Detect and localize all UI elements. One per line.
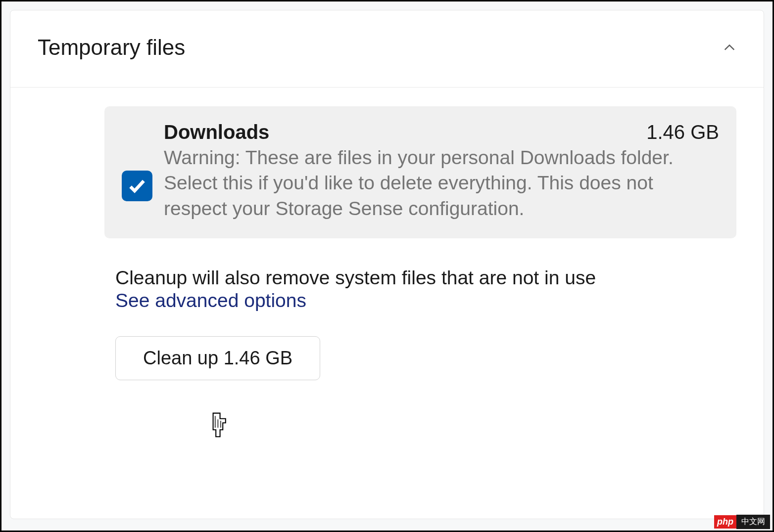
cleanup-button[interactable]: Clean up 1.46 GB <box>115 336 320 380</box>
checkbox-wrapper <box>122 121 152 201</box>
panel-body: Downloads 1.46 GB Warning: These are fil… <box>10 88 764 400</box>
item-content: Downloads 1.46 GB Warning: These are fil… <box>161 121 719 221</box>
watermark-right: 中文网 <box>736 515 770 529</box>
item-size: 1.46 GB <box>646 121 719 143</box>
watermark-left: php <box>714 515 736 529</box>
downloads-item-card[interactable]: Downloads 1.46 GB Warning: These are fil… <box>104 106 736 238</box>
downloads-checkbox[interactable] <box>122 171 152 201</box>
info-section: Cleanup will also remove system files th… <box>104 267 736 380</box>
advanced-options-link[interactable]: See advanced options <box>115 290 306 311</box>
item-title: Downloads <box>164 121 269 143</box>
checkmark-icon <box>127 176 147 196</box>
panel-header[interactable]: Temporary files <box>10 10 764 88</box>
cleanup-info-text: Cleanup will also remove system files th… <box>115 267 736 289</box>
item-description: Warning: These are files in your persona… <box>164 145 719 221</box>
temporary-files-panel: Temporary files Downloads <box>10 10 764 519</box>
panel-title: Temporary files <box>38 35 185 60</box>
chevron-up-icon <box>723 41 736 54</box>
watermark: php 中文网 <box>714 515 770 529</box>
settings-container: Temporary files Downloads <box>2 2 772 530</box>
item-header: Downloads 1.46 GB <box>164 121 719 143</box>
